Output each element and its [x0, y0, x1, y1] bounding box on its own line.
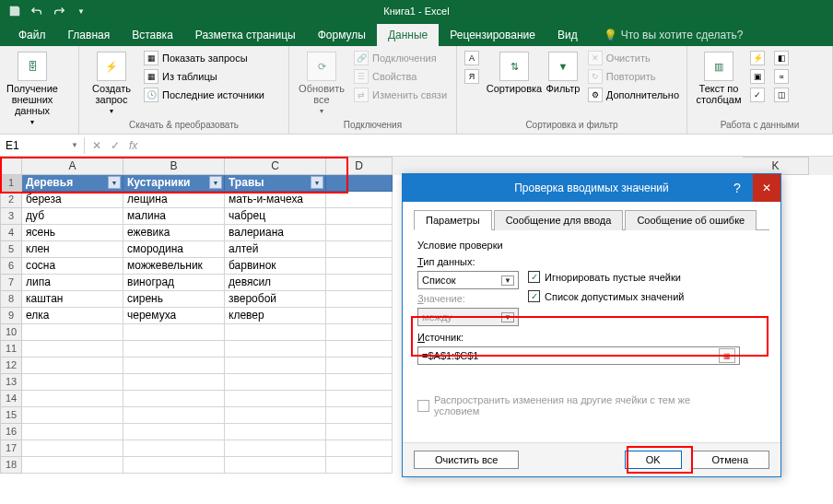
- cell[interactable]: [225, 341, 326, 357]
- reapply-button[interactable]: ↻Повторить: [586, 68, 681, 85]
- cell[interactable]: девясил: [225, 275, 326, 291]
- filter-dropdown-icon[interactable]: ▼: [108, 176, 121, 189]
- cell[interactable]: [225, 424, 326, 440]
- row-header[interactable]: 10: [0, 324, 22, 341]
- cell[interactable]: липа: [22, 275, 123, 291]
- tab-file[interactable]: Файл: [7, 24, 57, 46]
- cancel-button[interactable]: Отмена: [691, 451, 769, 469]
- redo-icon[interactable]: [50, 2, 68, 20]
- cell[interactable]: можжевельник: [123, 258, 225, 275]
- row-header[interactable]: 2: [0, 192, 22, 208]
- close-button[interactable]: ✕: [753, 174, 780, 202]
- row-header[interactable]: 16: [0, 424, 22, 440]
- flash-fill-button[interactable]: ⚡: [748, 50, 767, 66]
- filter-dropdown-icon[interactable]: ▼: [209, 176, 222, 189]
- col-header[interactable]: B: [123, 157, 225, 175]
- row-header[interactable]: 11: [0, 341, 22, 357]
- cell[interactable]: [22, 374, 123, 391]
- cell[interactable]: [123, 324, 225, 341]
- data-validation-button[interactable]: ✓: [748, 87, 767, 103]
- cell[interactable]: [123, 374, 225, 391]
- undo-icon[interactable]: [28, 2, 46, 20]
- cell[interactable]: [326, 192, 393, 208]
- relationships-button[interactable]: ∝: [772, 68, 791, 85]
- filter-button[interactable]: ▼ Фильтр: [544, 50, 582, 96]
- table-header-cell[interactable]: Травы▼: [225, 175, 326, 192]
- tab-input-message[interactable]: Сообщение для ввода: [494, 210, 624, 230]
- cell[interactable]: [225, 391, 326, 407]
- cell[interactable]: елка: [22, 308, 123, 324]
- cell[interactable]: валериана: [225, 225, 326, 241]
- remove-duplicates-button[interactable]: ▣: [748, 68, 767, 85]
- cell[interactable]: чабрец: [225, 208, 326, 225]
- cell[interactable]: [123, 357, 225, 374]
- table-header-cell[interactable]: Кустарники▼: [123, 175, 225, 192]
- cell[interactable]: лещина: [123, 192, 225, 208]
- cell[interactable]: [326, 374, 393, 391]
- cell[interactable]: [326, 457, 393, 474]
- tell-me-search[interactable]: 💡 Что вы хотите сделать?: [592, 24, 755, 46]
- consolidate-button[interactable]: ◧: [772, 50, 791, 66]
- cell[interactable]: клевер: [225, 308, 326, 324]
- cell[interactable]: клен: [22, 241, 123, 258]
- show-queries-button[interactable]: ▦Показать запросы: [142, 50, 266, 66]
- advanced-button[interactable]: ⚙Дополнительно: [586, 87, 681, 103]
- row-header[interactable]: 6: [0, 258, 22, 275]
- cell[interactable]: алтей: [225, 241, 326, 258]
- select-all-corner[interactable]: [0, 157, 22, 175]
- row-header[interactable]: 8: [0, 291, 22, 308]
- cell[interactable]: [326, 440, 393, 457]
- cell[interactable]: барвинок: [225, 258, 326, 275]
- row-header[interactable]: 12: [0, 357, 22, 374]
- edit-links-button[interactable]: ⇄Изменить связи: [352, 87, 449, 103]
- row-header[interactable]: 5: [0, 241, 22, 258]
- filter-dropdown-icon[interactable]: ▼: [311, 176, 323, 189]
- refresh-all-button[interactable]: ⟳ Обновить все ▾: [295, 50, 348, 117]
- cell[interactable]: ясень: [22, 225, 123, 241]
- range-select-icon[interactable]: ▦: [719, 348, 735, 363]
- cell[interactable]: [22, 341, 123, 357]
- cell[interactable]: [326, 175, 393, 192]
- cell[interactable]: виноград: [123, 275, 225, 291]
- cell[interactable]: береза: [22, 192, 123, 208]
- cell[interactable]: [326, 308, 393, 324]
- cell[interactable]: [22, 407, 123, 424]
- cell[interactable]: [123, 424, 225, 440]
- tab-review[interactable]: Рецензирование: [439, 24, 546, 46]
- cell[interactable]: [326, 424, 393, 440]
- cell[interactable]: [326, 357, 393, 374]
- ignore-empty-checkbox[interactable]: Игнорировать пустые ячейки: [528, 271, 684, 283]
- row-header[interactable]: 7: [0, 275, 22, 291]
- col-header[interactable]: C: [225, 157, 326, 175]
- cell[interactable]: [123, 457, 225, 474]
- source-input[interactable]: =$A$1:$C$1 ▦: [417, 346, 740, 365]
- formula-input[interactable]: [145, 144, 833, 147]
- text-to-columns-button[interactable]: ▥ Текст по столбцам: [693, 50, 745, 107]
- cell[interactable]: малина: [123, 208, 225, 225]
- cell[interactable]: [123, 391, 225, 407]
- row-header[interactable]: 9: [0, 308, 22, 324]
- cell[interactable]: [22, 391, 123, 407]
- cell[interactable]: [326, 208, 393, 225]
- sort-za-button[interactable]: Я: [463, 68, 481, 85]
- cell[interactable]: сирень: [123, 291, 225, 308]
- cell[interactable]: [326, 407, 393, 424]
- row-header[interactable]: 15: [0, 407, 22, 424]
- col-header[interactable]: D: [326, 157, 393, 175]
- row-header[interactable]: 1: [0, 175, 22, 192]
- row-header[interactable]: 3: [0, 208, 22, 225]
- new-query-button[interactable]: ⚡ Создать запрос ▾: [85, 50, 138, 117]
- row-header[interactable]: 14: [0, 391, 22, 407]
- sort-az-button[interactable]: A: [463, 50, 481, 66]
- sort-button[interactable]: ⇅ Сортировка: [488, 50, 540, 96]
- cell[interactable]: черемуха: [123, 308, 225, 324]
- cell[interactable]: [22, 424, 123, 440]
- type-combo[interactable]: Список ▼: [417, 271, 519, 289]
- cell[interactable]: [22, 324, 123, 341]
- recent-sources-button[interactable]: 🕓Последние источники: [142, 87, 266, 103]
- clear-button[interactable]: ✕Очистить: [586, 50, 681, 66]
- cell[interactable]: ежевика: [123, 225, 225, 241]
- cell[interactable]: [225, 324, 326, 341]
- manage-model-button[interactable]: ◫: [772, 87, 791, 103]
- connections-button[interactable]: 🔗Подключения: [352, 50, 449, 66]
